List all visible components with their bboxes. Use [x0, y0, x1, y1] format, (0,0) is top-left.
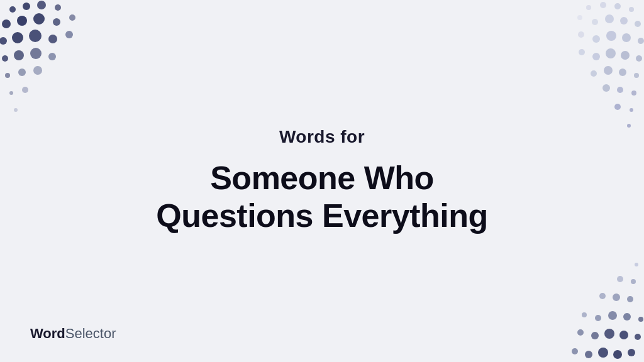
logo: WordSelector: [30, 326, 116, 342]
svg-point-51: [614, 104, 621, 110]
svg-point-2: [37, 1, 46, 9]
svg-point-34: [622, 33, 631, 42]
svg-point-39: [621, 51, 630, 60]
svg-point-69: [613, 293, 620, 301]
svg-point-49: [602, 84, 610, 92]
svg-point-8: [69, 14, 75, 21]
svg-point-27: [586, 5, 591, 10]
svg-point-7: [53, 18, 60, 26]
logo-selector: Selector: [65, 326, 116, 341]
svg-point-1: [23, 3, 30, 10]
svg-point-43: [634, 73, 639, 78]
svg-point-22: [22, 87, 28, 93]
svg-point-63: [638, 317, 643, 322]
svg-point-62: [577, 329, 584, 336]
svg-point-13: [65, 31, 73, 38]
svg-point-54: [613, 350, 622, 359]
svg-point-38: [636, 55, 642, 62]
svg-point-53: [628, 349, 635, 356]
svg-point-47: [631, 90, 636, 96]
subtitle-text: Words for: [156, 127, 487, 147]
svg-point-35: [606, 31, 616, 41]
svg-point-50: [630, 108, 633, 112]
svg-point-24: [629, 7, 634, 12]
svg-point-37: [578, 31, 584, 38]
svg-point-18: [5, 73, 10, 78]
svg-point-30: [605, 14, 614, 23]
svg-point-26: [600, 2, 606, 8]
svg-point-28: [635, 21, 641, 27]
svg-point-33: [638, 38, 644, 44]
svg-point-14: [2, 55, 8, 62]
svg-point-65: [608, 311, 617, 320]
svg-point-19: [18, 69, 26, 76]
svg-point-32: [577, 15, 582, 20]
svg-point-70: [599, 293, 606, 299]
svg-point-73: [635, 263, 638, 266]
dots-bottom-right-pattern: [518, 249, 644, 362]
svg-point-58: [635, 334, 641, 340]
svg-point-59: [619, 331, 628, 339]
svg-point-46: [591, 70, 597, 77]
main-content: Words for Someone Who Questions Everythi…: [156, 127, 487, 235]
svg-point-45: [604, 66, 613, 75]
svg-point-66: [595, 315, 601, 321]
svg-point-4: [2, 19, 11, 28]
svg-point-20: [33, 66, 42, 75]
svg-point-36: [592, 35, 600, 43]
svg-point-72: [617, 276, 623, 282]
svg-point-3: [55, 4, 61, 11]
svg-point-16: [30, 48, 42, 59]
svg-point-23: [14, 108, 18, 112]
main-title-line2: Questions Everything: [156, 197, 487, 234]
svg-point-56: [585, 351, 592, 358]
main-title-line1: Someone Who: [210, 160, 434, 196]
svg-point-29: [620, 17, 628, 25]
svg-point-71: [631, 279, 636, 284]
svg-point-44: [619, 69, 626, 76]
svg-point-40: [606, 48, 616, 58]
svg-point-25: [614, 3, 621, 9]
svg-point-5: [17, 16, 27, 26]
svg-point-12: [48, 35, 57, 43]
svg-point-41: [592, 53, 600, 60]
dots-top-left-pattern: [0, 0, 126, 126]
svg-point-31: [592, 19, 598, 25]
svg-point-64: [623, 313, 631, 321]
dots-top-right-pattern: [506, 0, 644, 132]
svg-point-67: [582, 312, 587, 317]
svg-point-15: [14, 50, 24, 60]
svg-point-48: [617, 87, 623, 93]
svg-point-57: [572, 348, 578, 354]
svg-point-10: [12, 32, 23, 43]
svg-point-9: [0, 37, 7, 45]
svg-point-68: [627, 296, 633, 302]
svg-point-61: [591, 332, 599, 339]
svg-point-42: [579, 49, 585, 55]
svg-point-55: [598, 348, 608, 358]
svg-point-11: [29, 30, 42, 42]
svg-point-17: [48, 53, 56, 60]
svg-point-60: [604, 329, 614, 339]
logo-word: Word: [30, 326, 65, 341]
svg-point-6: [33, 13, 45, 25]
svg-point-52: [627, 124, 631, 128]
svg-point-0: [9, 6, 16, 13]
page-container: Words for Someone Who Questions Everythi…: [0, 0, 644, 362]
svg-point-21: [9, 91, 13, 95]
main-title: Someone Who Questions Everything: [156, 160, 487, 235]
